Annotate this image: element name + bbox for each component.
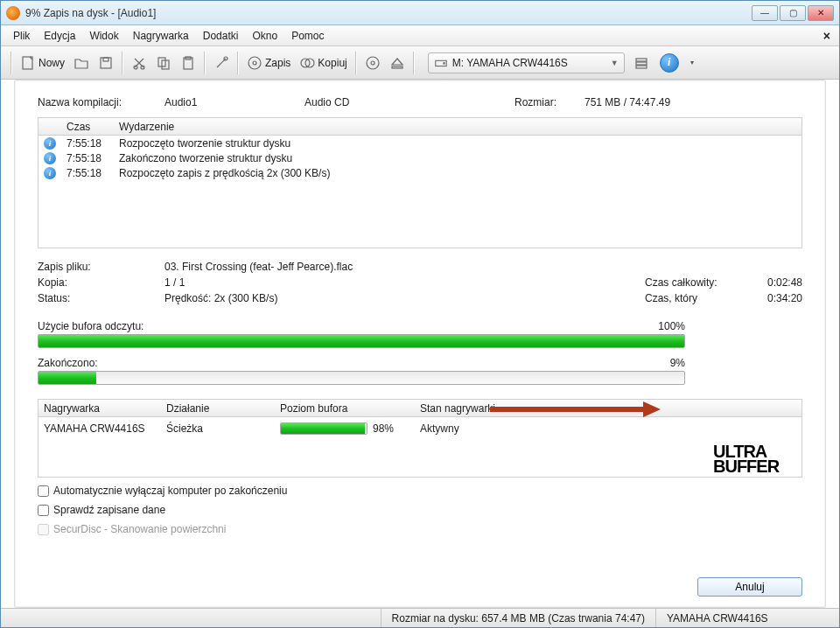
done-progress-bar <box>38 371 685 385</box>
ultrabuffer-logo: ULTRA BUFFER <box>713 444 801 474</box>
svg-point-14 <box>367 57 379 69</box>
copy-value: 1 / 1 <box>164 276 645 289</box>
remaining-label: Czas, który <box>645 292 750 304</box>
verify-label: Sprawdź zapisane dane <box>53 504 165 516</box>
col-action: Działanie <box>161 401 275 416</box>
svg-rect-21 <box>636 66 647 68</box>
floppy-icon <box>98 55 114 71</box>
copy-disc-button[interactable]: Kopiuj <box>296 51 350 75</box>
svg-point-11 <box>253 61 256 65</box>
menu-window[interactable]: Okno <box>245 27 284 45</box>
event-log-table: Czas Wydarzenie i 7:55:18 Rozpoczęto two… <box>38 117 802 248</box>
svg-rect-2 <box>103 58 108 61</box>
write-details: Zapis pliku: 03. First Crossing (feat- J… <box>38 261 802 304</box>
open-button[interactable] <box>70 51 93 75</box>
device-name: YAMAHA CRW4416S <box>38 421 161 436</box>
compilation-type: Audio CD <box>304 96 514 108</box>
close-document-button[interactable]: × <box>823 29 830 43</box>
device-table: Nagrywarka Działanie Poziom bufora Stan … <box>38 399 802 478</box>
remaining-value: 0:34:20 <box>750 292 802 304</box>
col-buffer: Poziom bufora <box>275 401 415 416</box>
device-row: YAMAHA CRW4416S Ścieżka 98% Aktywny <box>38 417 802 440</box>
shutdown-label: Automatycznie wyłączaj komputer po zakoń… <box>53 485 287 497</box>
save-button[interactable] <box>94 51 117 75</box>
col-time: Czas <box>61 119 114 135</box>
stack-icon <box>634 55 649 71</box>
cancel-button[interactable]: Anuluj <box>697 577 802 597</box>
size-label: Rozmiar: <box>514 96 584 108</box>
paste-button[interactable] <box>177 51 200 75</box>
menu-recorder[interactable]: Nagrywarka <box>126 27 196 45</box>
menu-extras[interactable]: Dodatki <box>196 27 246 45</box>
tools-button[interactable] <box>210 51 233 75</box>
total-time-label: Czas całkowity: <box>645 276 750 289</box>
annotation-arrow <box>490 403 661 415</box>
erase-button[interactable] <box>361 51 384 75</box>
toolbar: Nowy Zapis Kopiuj M: YAMAHA CRW4416S ▼ i <box>1 46 839 80</box>
menu-file[interactable]: Plik <box>6 27 37 45</box>
eject-button[interactable] <box>386 51 409 75</box>
app-window: 9% Zapis na dysk - [Audio1] — ▢ ✕ Plik E… <box>0 0 840 628</box>
info-icon: i <box>44 137 56 150</box>
drive-props-button[interactable] <box>630 51 653 75</box>
info-button[interactable]: i <box>660 53 679 73</box>
window-controls: — ▢ ✕ <box>752 5 834 21</box>
svg-rect-1 <box>101 58 111 68</box>
copy-icon <box>156 55 172 71</box>
done-percent: 9% <box>670 357 685 369</box>
buffer-progress-section: Użycie bufora odczytu: 100% <box>38 320 685 348</box>
copy-label: Kopia: <box>38 276 164 289</box>
menubar: Plik Edycja Widok Nagrywarka Dodatki Okn… <box>1 25 839 46</box>
file-label: Zapis pliku: <box>38 261 164 273</box>
svg-rect-20 <box>636 62 647 65</box>
compilation-name: Audio1 <box>164 96 304 108</box>
status-value: Prędkość: 2x (300 KB/s) <box>164 292 645 304</box>
done-label: Zakończono: <box>38 357 98 369</box>
svg-point-18 <box>443 62 444 64</box>
burn-dialog-content: Nazwa kompilacji: Audio1 Audio CD Rozmia… <box>14 80 826 608</box>
shutdown-checkbox[interactable] <box>38 485 49 497</box>
event-row: i 7:55:18 Zakończono tworzenie struktur … <box>38 150 802 165</box>
file-value: 03. First Crossing (feat- Jeff Pearce).f… <box>164 261 802 273</box>
drive-icon <box>434 56 448 70</box>
minimize-button[interactable]: — <box>752 5 778 21</box>
copy-button[interactable] <box>152 51 175 75</box>
device-action: Ścieżka <box>161 421 275 436</box>
scissors-icon <box>131 55 147 71</box>
total-time-value: 0:02:48 <box>750 276 802 289</box>
svg-point-3 <box>134 66 137 69</box>
maximize-button[interactable]: ▢ <box>780 5 806 21</box>
menu-view[interactable]: Widok <box>82 27 125 45</box>
overflow-button[interactable]: ▾ <box>681 51 704 75</box>
compilation-name-label: Nazwa kompilacji: <box>38 96 164 108</box>
titlebar[interactable]: 9% Zapis na dysk - [Audio1] — ▢ ✕ <box>1 1 839 25</box>
menu-edit[interactable]: Edycja <box>37 27 82 45</box>
wand-icon <box>214 55 229 71</box>
col-recorder: Nagrywarka <box>38 401 161 416</box>
device-buffer-pct: 98% <box>373 422 394 435</box>
paste-icon <box>180 55 196 71</box>
svg-point-10 <box>248 57 261 69</box>
event-row: i 7:55:18 Rozpoczęto zapis z prędkością … <box>38 165 802 180</box>
burn-button[interactable]: Zapis <box>243 51 294 75</box>
close-button[interactable]: ✕ <box>808 5 834 21</box>
securdisc-checkbox <box>38 524 49 535</box>
svg-rect-19 <box>636 59 647 61</box>
menu-help[interactable]: Pomoc <box>284 27 331 45</box>
disc-icon <box>365 55 381 71</box>
status-label: Status: <box>38 292 164 304</box>
securdisc-checkbox-row: SecurDisc - Skanowanie powierzchni <box>38 523 802 535</box>
drive-select[interactable]: M: YAMAHA CRW4416S ▼ <box>428 52 625 73</box>
page-icon <box>20 55 36 71</box>
verify-checkbox-row: Sprawdź zapisane dane <box>38 504 802 516</box>
cut-button[interactable] <box>128 51 150 75</box>
securdisc-label: SecurDisc - Skanowanie powierzchni <box>53 523 226 535</box>
verify-checkbox[interactable] <box>38 505 49 516</box>
app-icon <box>6 6 20 20</box>
info-icon: i <box>44 167 56 179</box>
new-button[interactable]: Nowy <box>17 51 68 75</box>
status-size: Rozmiar na dysku: 657.4 MB MB (Czas trwa… <box>381 609 655 627</box>
disc-copy-icon <box>299 55 315 71</box>
done-progress-section: Zakończono: 9% <box>38 357 685 385</box>
buffer-progress-bar <box>38 334 685 348</box>
